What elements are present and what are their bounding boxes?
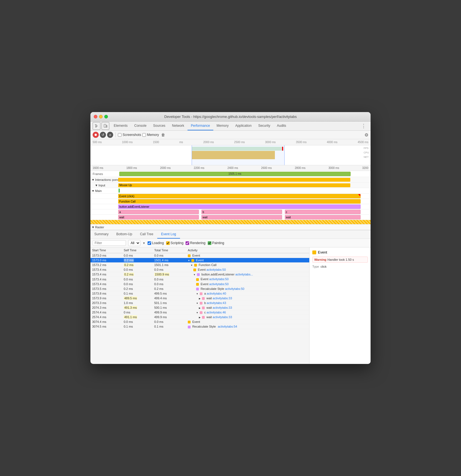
table-row[interactable]: 2574.4 ms 0 ms 499.9 ms ▼ c activitytabs… — [90, 310, 309, 315]
table-row[interactable]: 2074.3 ms 491.3 ms 500.1 ms ▶ wait activ… — [90, 305, 309, 310]
activity-icon — [196, 283, 199, 286]
table-row[interactable]: 3074.4 ms 0.0 ms 0.0 ms Event — [90, 320, 309, 324]
button-addevent-block[interactable]: button.addEventListener — [118, 204, 361, 209]
td-activity: Event activitytabs:50 — [186, 277, 309, 282]
event-log-panel[interactable]: Start Time Self Time Total Time Activity… — [90, 247, 310, 364]
inspect-icon[interactable] — [93, 122, 100, 130]
table-row[interactable]: 1573.4 ms 0.0 ms 0.0 ms Event activityta… — [90, 267, 309, 272]
flame-row-abc: a b c — [90, 209, 371, 215]
rendering-check-label[interactable]: Rendering — [186, 241, 205, 245]
stop-button[interactable]: ⊘ — [107, 132, 113, 138]
activity-link[interactable]: activitytabs:46 — [207, 311, 226, 314]
table-body: 1573.0 ms 0.0 ms 0.0 ms Event 1573.0 ms … — [90, 253, 309, 329]
tab-summary[interactable]: Summary — [90, 230, 112, 239]
tab-bottom-up[interactable]: Bottom-Up — [112, 230, 136, 239]
tab-sources[interactable]: Sources — [150, 121, 169, 130]
loading-check-label[interactable]: Loading — [148, 241, 164, 245]
tab-elements[interactable]: Elements — [110, 121, 131, 130]
filter-select[interactable]: All — [128, 240, 140, 246]
b-block[interactable]: b — [201, 210, 282, 214]
a-block[interactable]: a — [118, 210, 199, 214]
main-toggle[interactable]: ▼ Main — [90, 189, 118, 193]
activity-link[interactable]: activitytabs:33 — [213, 306, 232, 309]
painting-check-label[interactable]: Painting — [208, 241, 224, 245]
record-button[interactable] — [93, 132, 99, 138]
tab-security[interactable]: Security — [255, 121, 273, 130]
refresh-button[interactable]: ↺ — [100, 132, 106, 138]
input-toggle[interactable]: ▼ Input — [90, 184, 118, 187]
table-row[interactable]: 1573.4 ms 0.0 ms 0.0 ms Event activityta… — [90, 282, 309, 286]
tab-console[interactable]: Console — [131, 121, 150, 130]
table-row[interactable]: 3074.5 ms 0.1 ms 0.1 ms Recalculate Styl… — [90, 324, 309, 329]
tab-audits[interactable]: Audits — [273, 121, 289, 130]
td-activity: Recalculate Style activitytabs:50 — [186, 286, 309, 291]
tab-event-log[interactable]: Event Log — [157, 230, 180, 239]
table-row[interactable]: 1573.4 ms 0.0 ms 0.0 ms Event activityta… — [90, 277, 309, 282]
close-button[interactable] — [94, 115, 97, 118]
activity-link[interactable]: activitytabs:40 — [207, 292, 226, 295]
td-start: 3074.5 ms — [90, 324, 122, 329]
rendering-checkbox[interactable] — [186, 241, 189, 245]
activity-text: b — [204, 301, 206, 305]
tab-bar: Elements Console Sources Network Perform… — [90, 121, 371, 131]
screenshots-checkbox-label[interactable]: Screenshots — [118, 133, 141, 137]
more-tabs-icon[interactable]: ⋮ — [359, 122, 368, 130]
interactions-toggle[interactable]: ▼ Interactions :ponse — [90, 178, 118, 181]
table-row[interactable]: 2574.4 ms 491.1 ms 499.9 ms ▶ wait activ… — [90, 315, 309, 320]
td-self: 0.2 ms — [122, 272, 153, 277]
memory-checkbox[interactable] — [142, 133, 146, 137]
wait2-block[interactable]: wait — [201, 215, 282, 219]
toolbar: ↺ ⊘ Screenshots Memory 🗑 ⚙ — [90, 131, 371, 139]
clear-button[interactable]: 🗑 — [160, 132, 166, 138]
td-total: 0.0 ms — [153, 277, 186, 282]
table-row[interactable]: 1573.9 ms 489.5 ms 499.4 ms ▶ wait activ… — [90, 296, 309, 300]
table-row-selected[interactable]: 1573.0 ms 0.2 ms 1501.4 ms ▼ Event — [90, 258, 309, 263]
input-row: ▼ Input Mouse Up — [90, 183, 371, 188]
overview-charts[interactable]: FPS CPU NET — [90, 145, 371, 165]
activity-link[interactable]: activitytabs:33 — [213, 315, 232, 319]
td-start: 1573.8 ms — [90, 291, 122, 296]
activity-link[interactable]: activitytabs:50 — [225, 287, 244, 290]
table-row[interactable]: 2073.3 ms 1.0 ms 501.1 ms ▼ b activityta… — [90, 300, 309, 305]
painting-checkbox[interactable] — [208, 241, 211, 245]
table-row[interactable]: 1573.4 ms 0.2 ms 1500.9 ms ▼ button.addE… — [90, 272, 309, 277]
raster-row: ▼ Raster — [90, 224, 371, 230]
table-row[interactable]: 1573.5 ms 0.2 ms 0.2 ms Recalculate Styl… — [90, 286, 309, 291]
activity-link[interactable]: activitytabs:43 — [207, 301, 226, 305]
memory-checkbox-label[interactable]: Memory — [142, 133, 159, 137]
table-row[interactable]: 1573.8 ms 0.1 ms 499.5 ms ▼ a activityta… — [90, 291, 309, 296]
tab-call-tree[interactable]: Call Tree — [136, 230, 157, 239]
function-call-block[interactable]: Function Call — [118, 199, 361, 204]
wait1-text: wait — [119, 216, 124, 219]
activity-link[interactable]: activitytabs:50 — [209, 277, 229, 281]
activity-link[interactable]: activitytabs... — [235, 273, 253, 276]
device-icon[interactable] — [102, 122, 109, 130]
event-click-block[interactable]: Event (click) — [118, 194, 361, 198]
activity-link[interactable]: activitytabs:50 — [209, 282, 229, 286]
filter-input[interactable] — [93, 240, 126, 246]
tab-network[interactable]: Network — [169, 121, 188, 130]
tab-memory[interactable]: Memory — [213, 121, 232, 130]
activity-link[interactable]: activitytabs:50 — [206, 268, 226, 271]
raster-toggle[interactable]: ▼ Raster — [90, 226, 118, 229]
table-row[interactable]: 1573.2 ms 0.2 ms 1501.1 ms ▼ Function Ca… — [90, 263, 309, 267]
tab-performance[interactable]: Performance — [188, 121, 213, 130]
scripting-check-label[interactable]: Scripting — [166, 241, 184, 245]
indent: ▼ Function Call — [188, 263, 216, 267]
content-split: Start Time Self Time Total Time Activity… — [90, 247, 371, 364]
settings-button[interactable]: ⚙ — [364, 132, 368, 138]
minimize-button[interactable] — [99, 115, 103, 118]
wait3-block[interactable]: wait — [285, 215, 361, 219]
selection-overlay — [192, 145, 285, 165]
scripting-checkbox[interactable] — [166, 241, 170, 245]
wait1-block[interactable]: wait — [118, 215, 199, 219]
c-block[interactable]: c — [285, 210, 361, 214]
tab-application[interactable]: Application — [232, 121, 255, 130]
activity-link[interactable]: activitytabs:54 — [218, 325, 237, 328]
loading-checkbox[interactable] — [148, 241, 151, 245]
activity-icon — [188, 321, 191, 323]
activity-link[interactable]: activitytabs:33 — [213, 297, 232, 300]
screenshots-checkbox[interactable] — [118, 133, 121, 137]
table-row[interactable]: 1573.0 ms 0.0 ms 0.0 ms Event — [90, 253, 309, 258]
maximize-button[interactable] — [104, 115, 108, 118]
